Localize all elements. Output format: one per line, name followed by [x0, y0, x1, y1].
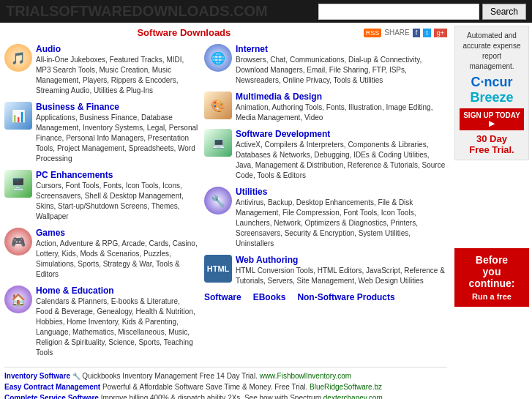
- utilities-icon: 🔧: [204, 187, 232, 215]
- main-area: Software Downloads RSS SHARE f t g+ 🎵 Au…: [0, 23, 532, 399]
- page-title: Software Downloads: [4, 27, 364, 38]
- ad-url-3: dexterchaney.com...: [323, 394, 389, 399]
- category-software-dev: 💻 Software Development ActiveX, Compiler…: [204, 129, 447, 181]
- software-dev-link[interactable]: Software Development: [236, 129, 330, 139]
- search-button[interactable]: Search: [482, 4, 526, 20]
- ad-desc-3: Improve billing 400% & dispatch ability …: [101, 394, 321, 399]
- ad-link-3[interactable]: Complete Service Software: [4, 394, 99, 399]
- sidebar-ad-top: Automated and accurate expense report ma…: [454, 26, 529, 160]
- audio-content: Audio All-in-One Jukeboxes, Featured Tra…: [36, 44, 198, 96]
- pc-desc: Cursors, Font Tools, Fonts, Icon Tools, …: [36, 181, 198, 222]
- twitter-share-icon[interactable]: t: [423, 29, 431, 37]
- software-dev-icon: 💻: [204, 129, 232, 157]
- utilities-content: Utilities Antivirus, Backup, Desktop Enh…: [236, 187, 447, 249]
- run-free-text: Run a free: [459, 292, 525, 301]
- you-text: you: [459, 266, 525, 277]
- category-audio: 🎵 Audio All-in-One Jukeboxes, Featured T…: [4, 44, 198, 96]
- breeze-text: Breeze: [470, 90, 513, 105]
- concur-brand: C·ncur Breeze: [460, 75, 524, 105]
- site-logo[interactable]: TRIALSOFTWAREDOWNLOADS.COM: [6, 3, 268, 20]
- main-content: Software Downloads RSS SHARE f t g+ 🎵 Au…: [0, 23, 452, 399]
- web-icon: HTML: [204, 255, 232, 283]
- free-trial-text: 30 Day Free Trial.: [460, 133, 524, 155]
- web-desc: HTML Conversion Tools, HTML Editors, Jav…: [236, 266, 447, 286]
- category-games: 🎮 Games Action, Adventure & RPG, Arcade,…: [4, 228, 198, 280]
- pc-icon: 🖥️: [4, 170, 32, 198]
- internet-link[interactable]: Internet: [236, 44, 268, 54]
- ad-link-2[interactable]: Easy Contract Management: [4, 383, 100, 391]
- software-dev-desc: ActiveX, Compilers & Interpreters, Compo…: [236, 140, 447, 181]
- internet-content: Internet Browsers, Chat, Communications,…: [236, 44, 447, 86]
- multimedia-link[interactable]: Multimedia & Design: [236, 92, 322, 102]
- logo-software: SOFTWARE: [49, 3, 132, 19]
- web-content: Web Authoring HTML Conversion Tools, HTM…: [236, 255, 447, 286]
- category-web: HTML Web Authoring HTML Conversion Tools…: [204, 255, 447, 286]
- continue-text: continue:: [459, 277, 525, 289]
- category-multimedia: 🎨 Multimedia & Design Animation, Authori…: [204, 92, 447, 123]
- facebook-share-icon[interactable]: f: [413, 29, 421, 37]
- ad-link-1[interactable]: Inventory Software: [4, 372, 70, 380]
- business-link[interactable]: Business & Finance: [36, 102, 119, 112]
- home-content: Home & Education Calendars & Planners, E…: [36, 286, 198, 358]
- ad-row-2: Easy Contract Management Powerful & Affo…: [4, 383, 447, 391]
- multimedia-icon: 🎨: [204, 92, 232, 119]
- internet-desc: Browsers, Chat, Communications, Dial-up …: [236, 55, 447, 86]
- games-content: Games Action, Adventure & RPG, Arcade, C…: [36, 228, 198, 280]
- utilities-link[interactable]: Utilities: [236, 187, 267, 197]
- games-link[interactable]: Games: [36, 228, 65, 238]
- ad-row-3: Complete Service Software Improve billin…: [4, 394, 447, 399]
- categories-container: 🎵 Audio All-in-One Jukeboxes, Featured T…: [4, 44, 447, 364]
- category-business: 📊 Business & Finance Applications, Busin…: [4, 102, 198, 164]
- audio-link[interactable]: Audio: [36, 44, 61, 54]
- games-icon: 🎮: [4, 228, 32, 256]
- share-label: SHARE: [384, 29, 409, 37]
- business-desc: Applications, Business Finance, Database…: [36, 113, 198, 164]
- left-categories: 🎵 Audio All-in-One Jukeboxes, Featured T…: [4, 44, 198, 364]
- ebooks-link[interactable]: EBooks: [253, 292, 286, 302]
- logo-trial: TRIAL: [6, 3, 49, 19]
- software-dev-content: Software Development ActiveX, Compilers …: [236, 129, 447, 181]
- sidebar-ad-container: Automated and accurate expense report ma…: [452, 23, 532, 399]
- ad-icon-1: 🔧: [72, 373, 83, 380]
- software-link[interactable]: Software: [204, 292, 241, 302]
- right-categories: 🌐 Internet Browsers, Chat, Communication…: [204, 44, 447, 364]
- ad-desc-1: Quickbooks Inventory Management Free 14 …: [82, 372, 258, 380]
- audio-icon: 🎵: [4, 44, 32, 72]
- before-text: Before: [459, 254, 525, 266]
- business-content: Business & Finance Applications, Busines…: [36, 102, 198, 164]
- internet-icon: 🌐: [204, 44, 232, 72]
- search-input[interactable]: [318, 4, 479, 20]
- sidebar-ad-bottom: Before you continue: Run a free: [454, 248, 529, 307]
- logo-downloads: DOWNLOADS: [132, 3, 229, 19]
- logo-com: .COM: [230, 3, 268, 19]
- free-trial-label: Free Trial.: [469, 144, 514, 155]
- category-pc: 🖥️ PC Enhancements Cursors, Font Tools, …: [4, 170, 198, 222]
- ad-row-1: Inventory Software 🔧 Quickbooks Inventor…: [4, 372, 447, 380]
- free-label: 30 Day: [476, 133, 507, 144]
- utilities-desc: Antivirus, Backup, Desktop Enhancements,…: [236, 198, 447, 249]
- home-link[interactable]: Home & Education: [36, 286, 114, 296]
- ad-url-1: www.FishbowlInventory.com: [260, 372, 351, 380]
- ads-section: Inventory Software 🔧 Quickbooks Inventor…: [4, 367, 447, 399]
- automated-text: Automated and accurate expense report ma…: [460, 31, 524, 72]
- share-bar: Software Downloads RSS SHARE f t g+: [4, 27, 447, 38]
- home-icon: 🏠: [4, 286, 32, 313]
- rss-share-icon: RSS: [364, 29, 382, 37]
- search-form: Search: [318, 4, 526, 20]
- pc-link[interactable]: PC Enhancements: [36, 170, 113, 180]
- multimedia-desc: Animation, Authoring Tools, Fonts, Illus…: [236, 102, 447, 123]
- google-share-icon[interactable]: g+: [434, 29, 447, 37]
- ad-url-2: BlueRidgeSoftware.bz: [310, 383, 382, 391]
- web-link[interactable]: Web Authoring: [236, 255, 298, 265]
- category-utilities: 🔧 Utilities Antivirus, Backup, Desktop E…: [204, 187, 447, 249]
- multimedia-content: Multimedia & Design Animation, Authoring…: [236, 92, 447, 123]
- audio-desc: All-in-One Jukeboxes, Featured Tracks, M…: [36, 55, 198, 96]
- category-home: 🏠 Home & Education Calendars & Planners,…: [4, 286, 198, 358]
- non-software-link[interactable]: Non-Software Products: [297, 292, 394, 302]
- concur-text: C·ncur: [471, 75, 512, 89]
- business-icon: 📊: [4, 102, 32, 130]
- ad-desc-2: Powerful & Affordable Software Save Time…: [102, 383, 307, 391]
- bottom-category-links: Software EBooks Non-Software Products: [204, 292, 447, 302]
- category-internet: 🌐 Internet Browsers, Chat, Communication…: [204, 44, 447, 86]
- signup-button[interactable]: SIGN UP TODAY ▶: [460, 108, 524, 130]
